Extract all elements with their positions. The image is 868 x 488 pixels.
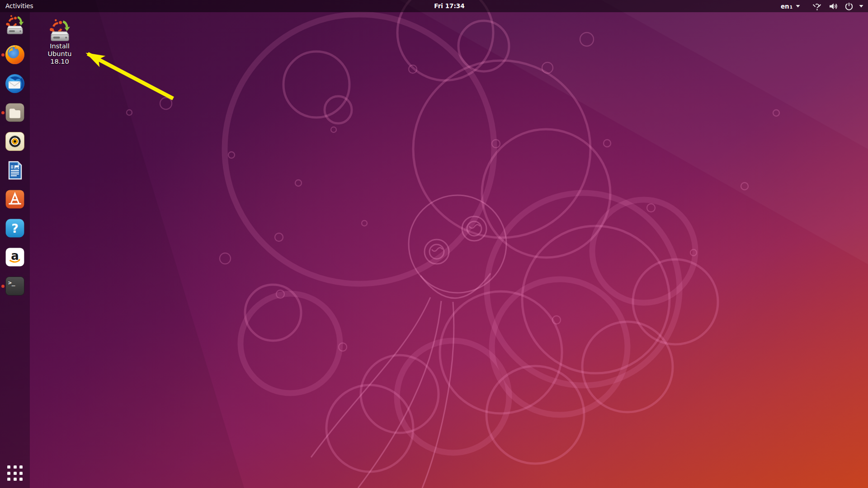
grid-dot: [7, 478, 10, 481]
install-ubuntu-disk-icon: [4, 15, 26, 37]
dock-item-thunderbird[interactable]: [4, 73, 26, 94]
rhythmbox-icon: [4, 131, 26, 152]
install-ubuntu-disk-icon: [47, 19, 72, 42]
clock[interactable]: Fri 17:34: [434, 0, 464, 12]
top-bar: Activities Fri 17:34 en1: [0, 0, 868, 12]
network-question-icon: [812, 2, 822, 10]
dock-item-help[interactable]: ?: [4, 217, 26, 239]
dock-item-ubuntu-software[interactable]: [4, 188, 26, 210]
files-icon: [4, 102, 26, 123]
keyboard-layout-indicator[interactable]: en1: [781, 3, 793, 10]
activities-button[interactable]: Activities: [0, 0, 39, 12]
grid-dot: [19, 472, 23, 475]
svg-text:a: a: [11, 249, 19, 263]
thunderbird-icon: [4, 73, 26, 94]
keyboard-caret-icon: [796, 5, 800, 8]
ubuntu-software-icon: [4, 188, 26, 210]
dock-item-firefox[interactable]: [4, 44, 26, 66]
dock-item-installer[interactable]: [4, 15, 26, 37]
terminal-icon: >_: [4, 275, 26, 297]
libreoffice-writer-icon: [4, 160, 26, 181]
help-icon: ?: [4, 217, 26, 239]
dock-item-amazon[interactable]: a: [4, 246, 26, 268]
grid-dot: [7, 465, 10, 469]
volume-icon: [829, 2, 838, 10]
svg-text:>_: >_: [8, 279, 15, 286]
power-icon: [845, 2, 853, 10]
dock-item-terminal[interactable]: >_: [4, 275, 26, 297]
svg-text:?: ?: [11, 221, 19, 235]
annotation-arrow: [68, 41, 194, 108]
firefox-icon: [4, 44, 26, 66]
grid-dot: [14, 472, 17, 475]
amazon-icon: a: [4, 246, 26, 268]
grid-dot: [19, 465, 23, 469]
grid-dot: [19, 478, 23, 481]
dock-item-files[interactable]: [4, 102, 26, 123]
system-menu[interactable]: en1: [781, 0, 863, 12]
dock: ? a >_: [0, 12, 30, 488]
dock-item-libreoffice-writer[interactable]: [4, 160, 26, 181]
grid-dot: [14, 478, 17, 481]
grid-dot: [7, 472, 10, 475]
system-menu-caret-icon: [859, 5, 863, 8]
grid-dot: [14, 465, 17, 469]
dock-item-rhythmbox[interactable]: [4, 131, 26, 152]
show-applications-button[interactable]: [7, 465, 23, 481]
